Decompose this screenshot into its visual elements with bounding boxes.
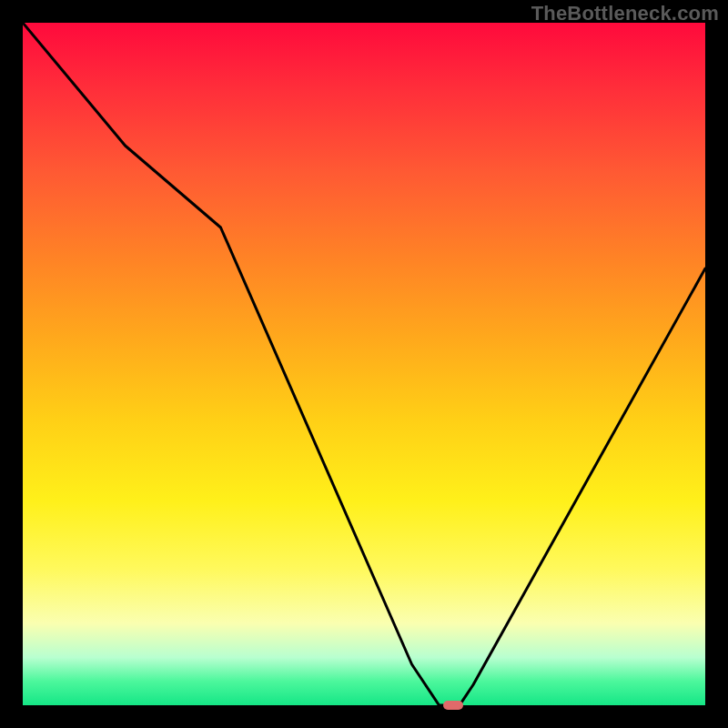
- optimal-point-marker: [443, 701, 463, 710]
- chart-frame: TheBottleneck.com: [0, 0, 728, 728]
- plot-area: [23, 23, 705, 705]
- bottleneck-curve: [23, 23, 705, 705]
- watermark-text: TheBottleneck.com: [531, 2, 719, 25]
